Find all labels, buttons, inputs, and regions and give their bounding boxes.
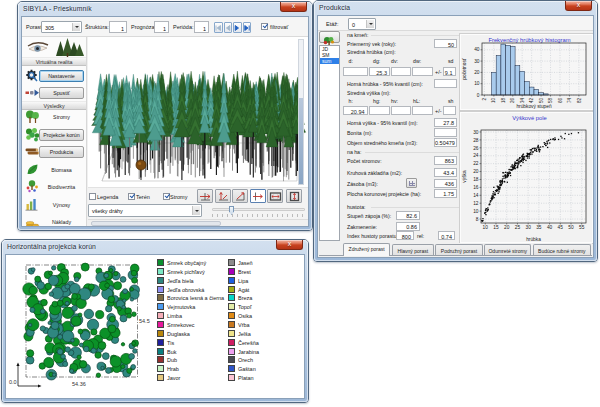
prognoza-input[interactable] xyxy=(154,21,169,33)
v-nosy-label[interactable]: Výnosy xyxy=(39,199,84,211)
grid-input-3[interactable] xyxy=(412,67,434,76)
teren-label: Terén xyxy=(136,194,150,200)
form-input[interactable]: 82.6 xyxy=(396,211,420,220)
n-klady-label[interactable]: Náklady xyxy=(39,216,84,227)
nav-prev-button[interactable] xyxy=(224,22,233,33)
stromy-checkbox[interactable] xyxy=(163,193,170,200)
etaz-dropdown-arrow-icon[interactable] xyxy=(366,20,374,28)
forest-vertical-scrollbar[interactable] xyxy=(298,39,304,185)
slider-ticks xyxy=(212,214,305,217)
production-titlebar[interactable]: Produkcia x xyxy=(314,1,597,15)
zasoba-detail-button[interactable] xyxy=(406,178,417,188)
form-label: na ha: xyxy=(347,149,361,155)
form-input[interactable]: 800 xyxy=(396,231,414,240)
explorer-window-title: SIBYLA - Prieskumník xyxy=(23,5,92,12)
species-button[interactable] xyxy=(319,31,340,43)
svg-text:28: 28 xyxy=(473,138,479,143)
production-close-button[interactable]: x xyxy=(565,1,592,11)
species-panel: JDSMsum xyxy=(318,31,341,243)
teren-checkbox[interactable] xyxy=(128,193,135,200)
sidebar-item-v-nosy: Výnosy xyxy=(22,197,86,213)
species-list[interactable]: JDSMsum xyxy=(319,45,340,241)
tab-hlavn-porast[interactable]: Hlavný porast xyxy=(392,244,434,255)
view-iso-button[interactable] xyxy=(232,189,248,203)
form-label: Počet stromov: xyxy=(347,158,382,164)
forest-horizontal-scrollbar[interactable] xyxy=(88,219,308,226)
paths-select[interactable]: všetky dráhy xyxy=(88,204,202,217)
legend-species-name: Javor xyxy=(167,375,180,381)
projection-client-area: 54.5 54.36 0.0 Smrek obyčajnýSmrek pichľ… xyxy=(5,254,305,399)
legend-species-name: Limba xyxy=(167,313,182,319)
legend-species-name: Jarabina xyxy=(238,349,259,355)
grid-input-1[interactable] xyxy=(369,106,391,115)
species-item-sum[interactable]: sum xyxy=(320,58,339,64)
form-input[interactable] xyxy=(434,79,457,88)
projection-titlebar[interactable]: Horizontálna projekcia korún x xyxy=(2,240,308,254)
perioda-input[interactable] xyxy=(194,21,209,33)
nav-first-button[interactable] xyxy=(214,22,223,33)
view-side-button[interactable] xyxy=(215,189,231,203)
struktura-input[interactable] xyxy=(109,21,127,33)
grid-header-hv: hv: xyxy=(391,98,398,104)
view-front-button[interactable] xyxy=(197,189,213,203)
nav-last-button[interactable] xyxy=(243,22,252,33)
form-input[interactable]: 0.50479 xyxy=(434,138,457,147)
svg-text:0: 0 xyxy=(477,93,480,98)
form-input[interactable]: 0.74 xyxy=(438,231,455,240)
production-client-area: Etáž: 0 JDSMsum na kmeň:Priemerný vek (r… xyxy=(317,15,594,258)
form-input[interactable] xyxy=(434,128,457,137)
form-input[interactable]: 0.86 xyxy=(396,222,420,231)
vscroll-thumb[interactable] xyxy=(299,98,303,184)
form-row-4: 25.3+/-9.1 xyxy=(342,67,478,77)
tab-podru-n-porast[interactable]: Podružný porast xyxy=(435,244,482,255)
stromy-label[interactable]: Stromy xyxy=(39,111,84,123)
form-input[interactable]: 436 xyxy=(434,179,457,188)
form-input[interactable]: 27.8 xyxy=(434,118,457,127)
projekcie-kor-n-button[interactable]: Projekcie korún xyxy=(39,129,84,141)
biodiverzita-label[interactable]: Biodiverzita xyxy=(39,181,84,193)
grid-input-0[interactable]: 20.94 xyxy=(343,106,368,115)
slider-track[interactable] xyxy=(212,208,305,211)
paths-dropdown-arrow-icon[interactable] xyxy=(192,206,200,215)
nastavenie-button[interactable]: Nastavenie xyxy=(39,70,84,82)
legend-swatch xyxy=(157,321,164,328)
explorer-titlebar[interactable]: SIBYLA - Prieskumník x xyxy=(18,2,312,16)
form-row-8: 20.94+/- xyxy=(342,106,478,116)
explorer-close-button[interactable]: x xyxy=(280,2,307,12)
filter-checkbox[interactable] xyxy=(261,23,268,30)
grid-input-2[interactable] xyxy=(391,106,411,115)
legend-swatch xyxy=(228,294,235,301)
grid-input-2[interactable] xyxy=(391,67,411,76)
nav-next-button[interactable] xyxy=(233,22,242,33)
path-slider[interactable] xyxy=(212,205,305,217)
porast-dropdown-arrow-icon[interactable] xyxy=(72,23,80,31)
grid-input-sd[interactable]: 9.1 xyxy=(443,67,456,76)
svg-text:výška: výška xyxy=(462,170,467,183)
grid-input-1[interactable]: 25.3 xyxy=(369,67,391,76)
view-axis-button[interactable] xyxy=(250,189,266,203)
svg-text:12: 12 xyxy=(473,201,479,206)
tab-odumret-stromy[interactable]: Odumreté stromy xyxy=(484,244,531,255)
form-input[interactable]: 43.4 xyxy=(434,168,457,177)
etaz-select[interactable]: 0 xyxy=(348,18,376,30)
pan-vertical-button[interactable] xyxy=(286,189,302,203)
produkcia-button[interactable]: Produkcia xyxy=(39,146,84,158)
tab-bud-ce-rubn-stromy[interactable]: Budúce rubné stromy xyxy=(533,244,591,255)
pan-horizontal-button[interactable] xyxy=(267,189,283,203)
form-input[interactable]: 1.75 xyxy=(434,189,457,198)
grid-input-3[interactable] xyxy=(412,106,434,115)
tab-zdru-en-porast[interactable]: Združený porast xyxy=(343,243,390,256)
porast-select[interactable]: 305 xyxy=(41,21,82,33)
forest-3d-view[interactable] xyxy=(88,37,309,187)
spustit-button[interactable]: Spustiť xyxy=(39,87,84,99)
form-input[interactable]: 863 xyxy=(434,156,457,165)
projection-close-button[interactable]: x xyxy=(276,240,303,250)
grid-input-sd[interactable] xyxy=(443,106,456,115)
projection-window: Horizontálna projekcia korún x 54.5 54.3… xyxy=(1,239,309,403)
biomasa-label[interactable]: Biomasa xyxy=(39,164,84,176)
hscroll-thumb[interactable] xyxy=(91,221,221,226)
form-input[interactable]: 50 xyxy=(434,39,457,48)
legenda-checkbox[interactable] xyxy=(89,193,96,200)
legend-species-name: Jaseň xyxy=(238,260,253,266)
grid-input-0[interactable] xyxy=(343,67,368,76)
